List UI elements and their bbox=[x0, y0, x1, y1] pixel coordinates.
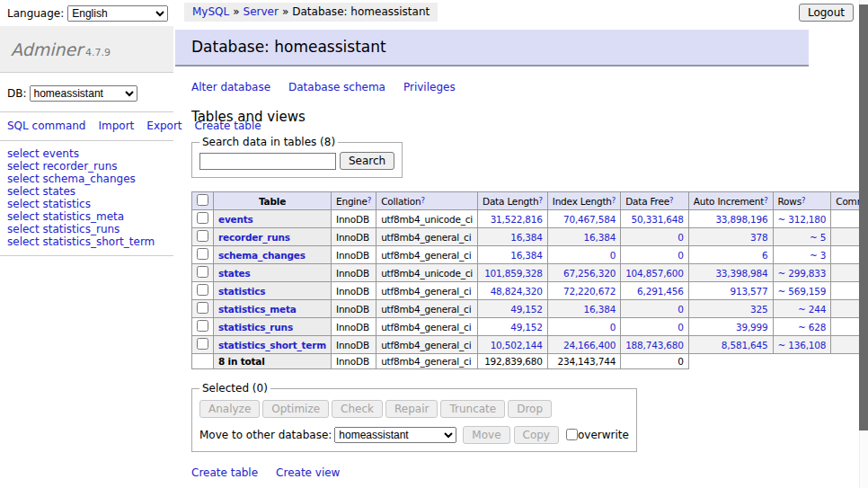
optimize-button[interactable]: Optimize bbox=[262, 400, 329, 418]
rows-cell: ~ 3 bbox=[773, 246, 831, 264]
sidebar-select-statistics_meta[interactable]: select statistics_meta bbox=[7, 210, 166, 223]
help-link[interactable]: ? bbox=[764, 196, 767, 205]
row-checkbox[interactable] bbox=[197, 212, 208, 224]
breadcrumb-current: Database: homeassistant bbox=[292, 5, 430, 18]
db-select[interactable]: homeassistant bbox=[30, 85, 137, 102]
table-link-states[interactable]: states bbox=[218, 268, 251, 279]
auto-increment-cell: 913,577 bbox=[688, 282, 773, 300]
move-database-select[interactable]: homeassistant bbox=[334, 427, 456, 443]
check-button[interactable]: Check bbox=[332, 400, 383, 418]
table-link-statistics[interactable]: statistics bbox=[218, 286, 265, 297]
total-index-length-cell: 234,143,744 bbox=[547, 354, 620, 369]
help-link[interactable]: ? bbox=[538, 196, 542, 205]
row-checkbox-cell bbox=[192, 336, 214, 354]
overwrite-checkbox[interactable] bbox=[566, 429, 578, 440]
index-length-cell: 72,220,672 bbox=[547, 282, 620, 300]
collation-cell: utf8mb4_general_ci bbox=[376, 336, 478, 354]
column-header-data-free: Data Free? bbox=[621, 192, 689, 210]
repair-button[interactable]: Repair bbox=[385, 400, 438, 418]
sidebar-action-sql-command[interactable]: SQL command bbox=[7, 120, 85, 132]
tables-list: TableEngine?Collation?Data Length?Index … bbox=[191, 191, 868, 369]
copy-button[interactable]: Copy bbox=[514, 426, 559, 444]
row-checkbox[interactable] bbox=[197, 248, 208, 260]
auto-increment-cell: 33,898,196 bbox=[688, 210, 773, 228]
breadcrumb-link-mysql[interactable]: MySQL bbox=[192, 5, 229, 18]
sidebar-select-events[interactable]: select events bbox=[7, 147, 166, 160]
table-link-statistics_meta[interactable]: statistics_meta bbox=[218, 304, 297, 315]
help-link[interactable]: ? bbox=[421, 196, 424, 205]
breadcrumb-separator: » bbox=[282, 5, 288, 18]
row-checkbox[interactable] bbox=[197, 320, 208, 332]
row-checkbox-cell bbox=[192, 282, 214, 300]
breadcrumb-link-server[interactable]: Server bbox=[244, 5, 279, 18]
sidebar-action-import[interactable]: Import bbox=[98, 120, 134, 132]
link-create-table[interactable]: Create table bbox=[191, 466, 258, 479]
select-all-checkbox[interactable] bbox=[197, 194, 208, 206]
help-link[interactable]: ? bbox=[368, 196, 371, 205]
analyze-button[interactable]: Analyze bbox=[199, 400, 260, 418]
rows-cell: ~ 5 bbox=[773, 228, 831, 246]
table-row: statistics_short_termInnoDButf8mb4_gener… bbox=[192, 336, 868, 354]
data-length-cell: 10,502,144 bbox=[478, 336, 548, 354]
scrollbar-track[interactable] bbox=[859, 0, 868, 488]
data-free-cell: 104,857,600 bbox=[621, 264, 689, 282]
table-link-statistics_short_term[interactable]: statistics_short_term bbox=[218, 340, 326, 350]
row-checkbox[interactable] bbox=[197, 338, 208, 350]
row-checkbox[interactable] bbox=[197, 266, 208, 278]
column-header-engine: Engine? bbox=[332, 192, 376, 210]
index-length-cell: 70,467,584 bbox=[547, 210, 620, 228]
table-link-schema_changes[interactable]: schema_changes bbox=[218, 250, 306, 261]
link-alter-database[interactable]: Alter database bbox=[191, 81, 270, 93]
truncate-button[interactable]: Truncate bbox=[440, 400, 505, 418]
help-link[interactable]: ? bbox=[612, 196, 616, 205]
auto-increment-cell: 33,398,984 bbox=[688, 264, 773, 282]
rows-cell: ~ 569,159 bbox=[773, 282, 831, 300]
column-header-index-length: Index Length? bbox=[547, 192, 620, 210]
data-free-cell: 6,291,456 bbox=[621, 282, 689, 300]
help-link[interactable]: ? bbox=[802, 196, 805, 205]
logout-button[interactable]: Logout bbox=[799, 4, 854, 22]
row-checkbox[interactable] bbox=[197, 230, 208, 242]
engine-cell: InnoDB bbox=[332, 210, 376, 228]
move-button[interactable]: Move bbox=[463, 426, 509, 444]
sidebar-select-statistics_short_term[interactable]: select statistics_short_term bbox=[7, 235, 166, 248]
sidebar-select-states[interactable]: select states bbox=[7, 185, 166, 198]
table-link-statistics_runs[interactable]: statistics_runs bbox=[218, 322, 293, 333]
table-name-cell: statistics_short_term bbox=[214, 336, 332, 354]
row-checkbox[interactable] bbox=[197, 302, 208, 314]
table-link-recorder_runs[interactable]: recorder_runs bbox=[218, 232, 290, 243]
page-title: Database: homeassistant bbox=[175, 30, 809, 67]
table-row: eventsInnoDButf8mb4_unicode_ci31,522,816… bbox=[192, 210, 868, 228]
sidebar-select-statistics_runs[interactable]: select statistics_runs bbox=[7, 223, 166, 235]
data-free-cell: 0 bbox=[621, 300, 689, 318]
row-checkbox-cell bbox=[192, 210, 214, 228]
move-to-database-label: Move to other database: bbox=[199, 429, 332, 441]
select-all-header-cell bbox=[192, 192, 214, 210]
table-link-events[interactable]: events bbox=[218, 214, 253, 225]
link-privileges[interactable]: Privileges bbox=[403, 81, 456, 93]
row-checkbox[interactable] bbox=[197, 284, 208, 296]
sidebar-select-statistics[interactable]: select statistics bbox=[7, 198, 166, 210]
engine-cell: InnoDB bbox=[332, 300, 376, 318]
index-length-cell: 67,256,320 bbox=[547, 264, 620, 282]
sidebar-actions: SQL commandImportExportCreate table bbox=[0, 112, 173, 141]
sidebar-select-recorder_runs[interactable]: select recorder_runs bbox=[7, 160, 166, 173]
database-links: Alter databaseDatabase schemaPrivileges bbox=[191, 81, 809, 93]
drop-button[interactable]: Drop bbox=[508, 400, 552, 418]
link-create-view[interactable]: Create view bbox=[276, 466, 340, 479]
help-link[interactable]: ? bbox=[669, 196, 673, 205]
rows-cell: ~ 312,180 bbox=[773, 210, 831, 228]
search-input[interactable] bbox=[199, 153, 336, 170]
column-header-rows: Rows? bbox=[773, 192, 831, 210]
sidebar-select-schema_changes[interactable]: select schema_changes bbox=[7, 173, 166, 185]
data-free-cell: 0 bbox=[621, 246, 689, 264]
table-name-cell: statistics_runs bbox=[214, 318, 332, 336]
scrollbar-thumb[interactable] bbox=[859, 4, 868, 430]
auto-increment-cell: 325 bbox=[688, 300, 773, 318]
total-empty-cell bbox=[192, 354, 214, 369]
language-select[interactable]: English bbox=[67, 5, 168, 22]
link-database-schema[interactable]: Database schema bbox=[288, 81, 385, 93]
collation-cell: utf8mb4_general_ci bbox=[376, 318, 478, 336]
search-button[interactable]: Search bbox=[340, 152, 394, 170]
data-length-cell: 31,522,816 bbox=[478, 210, 548, 228]
